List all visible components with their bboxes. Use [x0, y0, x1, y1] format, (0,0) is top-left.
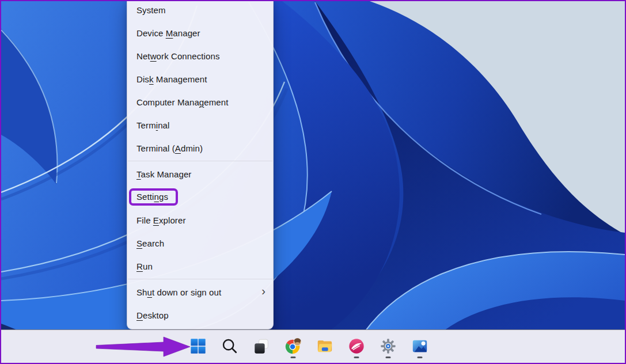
photos-icon	[411, 338, 428, 355]
menu-item-shut-down-or-sign-out[interactable]: Shut down or sign out›	[127, 280, 273, 304]
menu-item-label: Computer Management	[136, 97, 229, 107]
running-indicator	[386, 357, 391, 358]
annotation-arrow	[94, 335, 194, 358]
menu-item-label: Device Manager	[136, 28, 200, 38]
folder-icon	[316, 338, 333, 355]
menu-item-label: System	[136, 5, 166, 15]
menu-separator	[128, 279, 272, 279]
desktop-wallpaper[interactable]	[1, 1, 625, 363]
menu-item-label: Shut down or sign out	[136, 287, 221, 297]
menu-item-label: Terminal	[136, 120, 170, 130]
search-icon	[221, 338, 238, 355]
task-view-icon	[253, 338, 270, 355]
running-indicator	[291, 357, 296, 358]
submenu-chevron-icon: ›	[261, 285, 265, 298]
running-indicator	[354, 357, 359, 358]
menu-item-disk-management[interactable]: Disk Management	[127, 67, 273, 90]
feather-app-icon	[348, 338, 365, 355]
taskbar-buttons	[187, 333, 431, 359]
menu-item-label: Search	[136, 238, 164, 248]
menu-item-label: Run	[136, 261, 153, 271]
menu-item-label: File Explorer	[136, 215, 186, 225]
menu-item-run[interactable]: Run	[127, 255, 273, 278]
taskbar-chrome-button[interactable]	[282, 333, 305, 359]
menu-item-file-explorer[interactable]: File Explorer	[127, 208, 273, 232]
running-indicator	[418, 357, 423, 358]
taskbar-pinned-app-button[interactable]	[345, 333, 368, 359]
menu-item-network-connections[interactable]: Network Connections	[127, 44, 273, 67]
menu-item-computer-management[interactable]: Computer Management	[127, 90, 273, 113]
context-menu: SystemDevice ManagerNetwork ConnectionsD…	[127, 0, 274, 329]
menu-item-desktop[interactable]: Desktop	[127, 304, 273, 327]
menu-item-label: Network Connections	[136, 51, 220, 61]
menu-item-terminal-admin[interactable]: Terminal (Admin)	[127, 136, 273, 160]
menu-item-task-manager[interactable]: Task Manager	[127, 162, 273, 185]
taskbar-task-view-button[interactable]	[250, 333, 273, 359]
menu-item-search[interactable]: Search	[127, 232, 273, 255]
menu-item-label: Terminal (Admin)	[136, 143, 203, 153]
menu-item-device-manager[interactable]: Device Manager	[127, 21, 273, 44]
menu-item-label: Task Manager	[136, 169, 191, 179]
screenshot-root: SystemDevice ManagerNetwork ConnectionsD…	[0, 0, 626, 364]
menu-item-settings[interactable]: Settings	[127, 185, 273, 208]
menu-item-label: Disk Management	[136, 74, 207, 84]
taskbar-file-explorer-button[interactable]	[313, 333, 336, 359]
menu-item-terminal[interactable]: Terminal	[127, 113, 273, 136]
gear-icon	[380, 338, 397, 355]
taskbar-settings-button[interactable]	[377, 333, 400, 359]
menu-separator	[128, 161, 272, 161]
menu-item-system[interactable]: System	[127, 0, 273, 21]
settings-highlight-box: Settings	[129, 188, 178, 206]
taskbar-search-button[interactable]	[218, 333, 241, 359]
menu-item-label: Desktop	[136, 310, 169, 320]
taskbar-photos-button[interactable]	[408, 333, 431, 359]
chrome-icon	[284, 338, 302, 355]
